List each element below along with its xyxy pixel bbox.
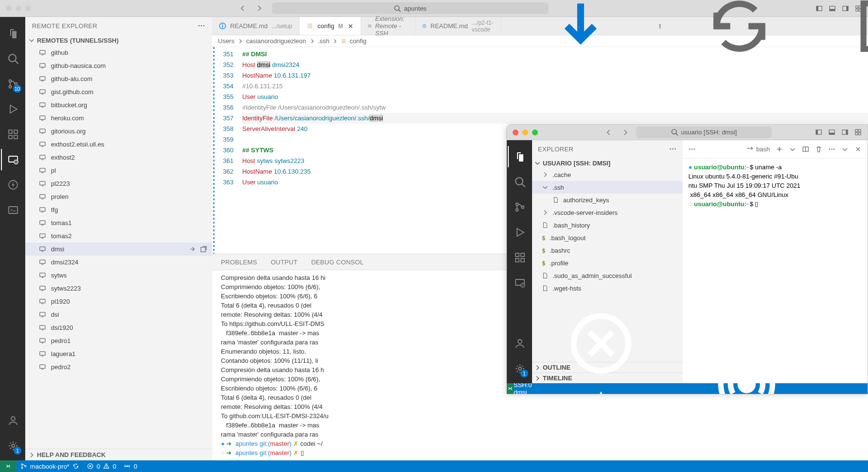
w2-activity-account[interactable] (508, 333, 531, 354)
w2-trash-icon[interactable] (815, 146, 822, 153)
w2-status-remote[interactable]: SSH: dmsi (514, 381, 528, 394)
w2-remote-indicator[interactable] (507, 383, 514, 394)
tree--wget-hsts[interactable]: .wget-hsts (532, 282, 683, 294)
w2-more-icon[interactable] (828, 146, 835, 153)
w2-forward-icon[interactable] (621, 129, 629, 136)
sidebar-section[interactable]: REMOTES (TUNNELS/SSH) (25, 34, 212, 46)
remote-item-tomas1[interactable]: tomas1 (25, 216, 212, 229)
w2-activity-debug[interactable] (508, 222, 531, 243)
w2-tabs-more-icon[interactable] (688, 146, 696, 153)
w2-close-icon[interactable] (854, 146, 862, 153)
sidebar-footer[interactable]: HELP AND FEEDBACK (25, 449, 212, 460)
panel-tab[interactable]: PROBLEMS (221, 259, 257, 266)
w2-activity-search[interactable] (508, 171, 531, 193)
status-ports[interactable]: 0 (120, 463, 141, 470)
w2-activity-settings[interactable]: 1 (508, 358, 531, 379)
remote-item-gist-github-com[interactable]: gist.github.com (25, 85, 212, 98)
layout-grid-icon[interactable] (854, 129, 862, 136)
tree--sudo-as-admin-successful[interactable]: .sudo_as_admin_successful (532, 269, 683, 282)
command-center[interactable]: apuntes (272, 2, 549, 14)
bell-icon[interactable] (819, 352, 868, 395)
remote-item-dsi[interactable]: dsi (25, 308, 212, 321)
w2-back-icon[interactable] (605, 129, 613, 136)
remote-item-gitorious-org[interactable]: gitorious.org (25, 125, 212, 138)
w2-status-ports[interactable]: 0 (674, 348, 819, 394)
remote-item-pl1920[interactable]: pl1920 (25, 295, 212, 308)
status-problems[interactable]: 0 0 (83, 463, 120, 470)
remote-item-sytws[interactable]: sytws (25, 269, 212, 282)
tree--cache[interactable]: .cache (532, 168, 683, 181)
w2-activity-scm[interactable] (508, 196, 531, 218)
breadcrumb-seg[interactable]: config (350, 37, 367, 45)
remote-item-heroku-com[interactable]: heroku.com (25, 112, 212, 125)
sidebar-more-icon[interactable] (198, 22, 205, 30)
remote-item-laguera1[interactable]: laguera1 (25, 347, 212, 360)
layout-bottom-icon[interactable] (828, 129, 835, 136)
remote-item-tomas2[interactable]: tomas2 (25, 229, 212, 243)
remote-item-tfg[interactable]: tfg (25, 203, 212, 216)
tab-README-md[interactable]: README.md.../p2-t1-vscode (416, 17, 501, 35)
remote-item-pl[interactable]: pl (25, 164, 212, 177)
layout-left-icon[interactable] (815, 129, 822, 136)
remote-item-github-alu-com[interactable]: github-alu.com (25, 72, 212, 85)
activity-files[interactable] (1, 23, 24, 44)
tree--profile[interactable]: $.profile (532, 257, 683, 269)
w2-new-term-icon[interactable] (776, 146, 783, 153)
w2-explorer-root[interactable]: USUARIO [SSH: DMSI] (532, 158, 683, 168)
activity-account[interactable] (1, 410, 24, 431)
activity-lightning[interactable] (1, 174, 24, 195)
remote-item-exthost2-etsii-ull-es[interactable]: exthost2.etsii.ull.es (25, 138, 212, 151)
remote-item-github-nausica-com[interactable]: github-nausica.com (25, 59, 212, 72)
tree--bash-logout[interactable]: $.bash_logout (532, 231, 683, 244)
remote-item-pedro1[interactable]: pedro1 (25, 334, 212, 347)
activity-debug[interactable] (1, 98, 24, 120)
open-icon[interactable] (189, 245, 196, 253)
remote-item-sytws2223[interactable]: sytws2223 (25, 282, 212, 295)
tab-sync-icon[interactable] (667, 0, 812, 63)
w2-explorer-more-icon[interactable] (669, 145, 677, 153)
remote-item-pedro2[interactable]: pedro2 (25, 360, 212, 374)
w2-command-center[interactable]: usuario [SSH: dmsi] (636, 127, 772, 138)
remote-item-github[interactable]: github (25, 46, 212, 59)
newwin-icon[interactable] (200, 245, 207, 253)
w2-terminal[interactable]: ● usuario@ubuntu:~$ uname -aLinux ubuntu… (683, 159, 868, 209)
w2-status-problems[interactable]: 0 0 (528, 307, 674, 394)
tab-split-icon[interactable] (818, 0, 868, 63)
forward-icon[interactable] (255, 4, 263, 12)
status-remote-label[interactable]: macbook-pro* (17, 463, 83, 470)
breadcrumb-seg[interactable]: .ssh (318, 37, 330, 45)
w2-activity-remote[interactable] (508, 272, 531, 293)
tree--bash-history[interactable]: .bash_history (532, 219, 683, 231)
remote-item-dmsi[interactable]: dmsi (25, 243, 212, 256)
tree--bashrc[interactable]: $.bashrc (532, 244, 683, 257)
tab-README-md[interactable]: README.md.../setup (212, 17, 300, 35)
activity-extensions[interactable] (1, 124, 24, 145)
remote-item-bitbucket-org[interactable]: bitbucket.org (25, 98, 212, 112)
remote-item-dsi1920[interactable]: dsi1920 (25, 321, 212, 334)
remote-item-prolen[interactable]: prolen (25, 190, 212, 203)
breadcrumb-seg[interactable]: casianorodriguezleon (246, 37, 306, 45)
panel-tab[interactable]: DEBUG CONSOL (311, 259, 364, 266)
tab-Extension--Remote---SSH[interactable]: Extension: Remote - SSH (361, 17, 416, 35)
w2-max-icon[interactable] (841, 146, 849, 153)
remote-item-pl2223[interactable]: pl2223 (25, 177, 212, 190)
activity-terminal[interactable] (1, 199, 24, 221)
close-icon[interactable] (347, 23, 354, 30)
tree-authorized-keys[interactable]: authorized_keys (532, 194, 683, 206)
breadcrumb-seg[interactable]: Users (218, 37, 234, 45)
back-icon[interactable] (239, 4, 247, 12)
remote-indicator[interactable] (0, 460, 17, 472)
tree--vscode-server-insiders[interactable]: .vscode-server-insiders (532, 206, 683, 219)
activity-search[interactable] (1, 48, 24, 69)
w2-activity-extensions[interactable] (508, 247, 531, 268)
tab-download-icon[interactable] (508, 0, 653, 63)
activity-settings[interactable]: 1 (1, 435, 24, 456)
w2-terminal-tab[interactable]: bash (746, 146, 770, 153)
w2-activity-files[interactable] (508, 146, 531, 167)
activity-remote-explorer[interactable] (1, 149, 24, 170)
panel-tab[interactable]: OUTPUT (271, 259, 298, 266)
w2-chevron-down-icon[interactable] (789, 146, 796, 153)
remote-item-dmsi2324[interactable]: dmsi2324 (25, 256, 212, 269)
layout-right-icon[interactable] (841, 129, 849, 136)
activity-scm[interactable]: 10 (1, 73, 24, 95)
